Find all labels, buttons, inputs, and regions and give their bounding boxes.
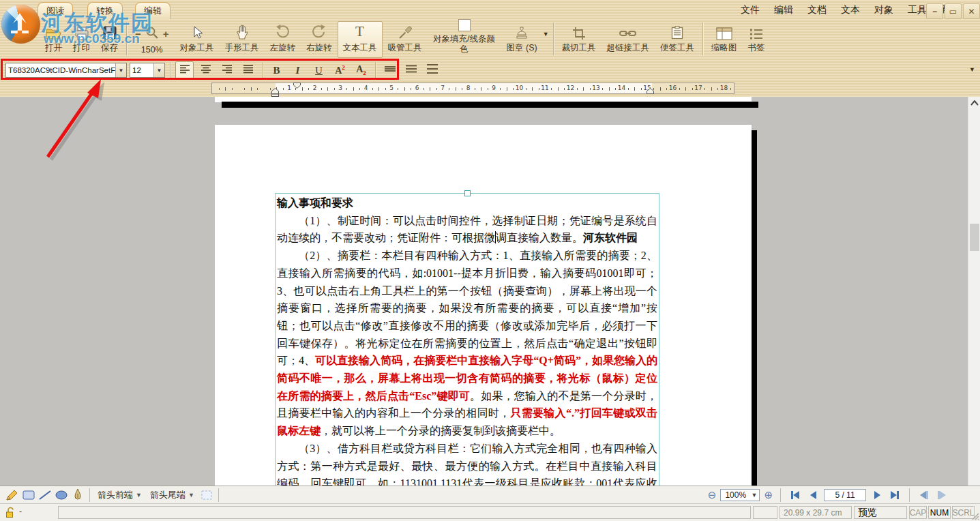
first-page-button[interactable] bbox=[788, 489, 802, 501]
menu-tools[interactable]: 工具 bbox=[908, 4, 927, 16]
zoom-caret-icon: ▼ bbox=[752, 492, 760, 498]
line-spacing-medium-button[interactable] bbox=[402, 61, 420, 79]
pen-tool-button[interactable] bbox=[70, 488, 86, 503]
annotation-highlight-box bbox=[1, 59, 399, 80]
page-indicator-input[interactable]: 5 / 11 bbox=[824, 489, 866, 501]
view-back-button[interactable] bbox=[917, 489, 931, 501]
hand-icon bbox=[235, 24, 250, 40]
crop-tool-button[interactable]: 裁切工具 bbox=[556, 21, 602, 58]
doc-title: 输入事项和要求 bbox=[277, 194, 657, 212]
previous-page-icon bbox=[810, 491, 816, 499]
toolbar-options-caret[interactable]: ▼ bbox=[969, 66, 975, 73]
close-button[interactable]: ✕ bbox=[963, 3, 980, 19]
rectangle-tool-button[interactable] bbox=[20, 488, 37, 503]
thumbnail-panel-icon bbox=[716, 24, 732, 40]
status-bar: - 20.99 x 29.7 cm 预览 CAP NUM SCRL bbox=[0, 503, 980, 521]
page-zoom-in-button[interactable]: ⊕ bbox=[764, 490, 773, 500]
page-zoom-select[interactable]: 100% ▼ bbox=[720, 489, 760, 501]
crop-icon bbox=[572, 24, 586, 40]
status-message-field bbox=[58, 506, 751, 519]
ellipse-tool-button[interactable] bbox=[53, 488, 70, 503]
last-page-button[interactable] bbox=[888, 489, 902, 501]
menu-document[interactable]: 文档 bbox=[807, 4, 827, 16]
marquee-icon bbox=[201, 490, 213, 501]
resize-grip[interactable] bbox=[971, 512, 979, 520]
last-page-icon bbox=[891, 491, 897, 499]
ruler-row: 123456789101112131415161718 bbox=[0, 80, 980, 97]
previous-page-shadow bbox=[222, 102, 758, 108]
drawbar-separator bbox=[780, 488, 781, 502]
rotate-right-button[interactable]: 右旋转 bbox=[301, 21, 338, 58]
text-tool-button[interactable]: T 文本工具 bbox=[338, 21, 383, 58]
watermark-site-url: www.pc0359.cn bbox=[44, 31, 140, 46]
minimize-button[interactable]: − bbox=[926, 3, 943, 19]
menu-text[interactable]: 文本 bbox=[841, 4, 860, 16]
marquee-select-button[interactable] bbox=[198, 488, 215, 503]
status-empty-cell bbox=[753, 506, 777, 519]
stamp-dropdown-caret[interactable]: ▼ bbox=[543, 31, 549, 38]
arrow-tail-dropdown[interactable]: 箭头尾端▼ bbox=[146, 488, 198, 503]
right-indent-marker[interactable] bbox=[647, 88, 654, 94]
doc-paragraphs: （1）、制证时间：可以点击时间控件，选择制证日期；凭证编号是系统自动连续的，不需… bbox=[277, 212, 657, 486]
eyedropper-tool-button[interactable]: 吸管工具 bbox=[383, 21, 428, 58]
pencil-tool-button[interactable] bbox=[4, 488, 20, 503]
rotate-left-icon bbox=[274, 24, 291, 40]
ruler-scale: 123456789101112131415161718 bbox=[211, 83, 734, 94]
pencil-icon bbox=[5, 489, 19, 501]
window-controls: − ▭ ✕ bbox=[926, 3, 980, 19]
page-zoom-out-button[interactable]: ⊖ bbox=[708, 490, 717, 500]
hyperlink-tool-button[interactable]: 超链接工具 bbox=[602, 21, 655, 58]
note-tool-button[interactable]: 便签工具 bbox=[655, 21, 700, 58]
text-tool-icon: T bbox=[355, 23, 364, 40]
drawbar-separator bbox=[909, 488, 910, 502]
rotate-right-icon bbox=[311, 24, 327, 40]
drawing-toolbar: 箭头前端▼ 箭头尾端▼ ⊖ 100% ▼ ⊕ 5 / 11 bbox=[0, 486, 980, 503]
document-viewport[interactable]: 输入事项和要求 （1）、制证时间：可以点击时间控件，选择制证日期；凭证编号是系统… bbox=[0, 97, 980, 486]
pdf-editor-window: 阅读 转换 编辑 文件 编辑 文档 文本 对象 工具 帮助 − ▭ ✕ 河东软件… bbox=[0, 0, 980, 521]
color-swatch-icon bbox=[458, 18, 471, 32]
toolbar-separator bbox=[702, 23, 703, 55]
hand-tool-button[interactable]: 手形工具 bbox=[220, 21, 265, 58]
frame-resize-handle[interactable] bbox=[464, 190, 471, 196]
text-edit-frame[interactable]: 输入事项和要求 （1）、制证时间：可以点击时间控件，选择制证日期；凭证编号是系统… bbox=[275, 193, 659, 486]
line-spacing-medium-icon bbox=[405, 64, 417, 76]
vertical-scrollbar[interactable] bbox=[968, 97, 980, 486]
dropdown-caret-icon: ▼ bbox=[136, 492, 142, 498]
line-spacing-wide-icon bbox=[426, 64, 439, 76]
scroll-up-button[interactable] bbox=[968, 97, 980, 108]
next-page-button[interactable] bbox=[870, 489, 884, 501]
chain-link-icon bbox=[619, 24, 637, 40]
next-page-icon bbox=[874, 491, 880, 499]
chevron-up-icon bbox=[970, 100, 979, 106]
line-shape-icon bbox=[38, 490, 52, 501]
previous-page-button[interactable] bbox=[806, 489, 820, 501]
dropdown-caret-icon: ▼ bbox=[188, 492, 194, 498]
menu-object[interactable]: 对象 bbox=[874, 4, 893, 16]
rotate-left-button[interactable]: 左旋转 bbox=[265, 21, 301, 58]
menu-edit[interactable]: 编辑 bbox=[774, 4, 793, 16]
caps-lock-indicator: CAP bbox=[909, 506, 927, 519]
ellipse-shape-icon bbox=[55, 490, 68, 501]
doc-paragraph: （2）、摘要栏：本栏目有四种输入方式：1、直接输入所需要的摘要；2、直接输入所需… bbox=[277, 247, 657, 440]
object-tool-button[interactable]: 对象工具 bbox=[175, 21, 220, 58]
view-forward-button[interactable] bbox=[935, 489, 949, 501]
page-size-field: 20.99 x 29.7 cm bbox=[779, 506, 852, 519]
zoom-in-button[interactable]: + bbox=[163, 28, 169, 40]
fill-line-color-button[interactable]: 对象填充/线条颜色 bbox=[428, 21, 501, 58]
stamp-button[interactable]: 图章 (S) bbox=[501, 21, 543, 58]
left-indent-marker[interactable] bbox=[271, 88, 279, 97]
unlocked-padlock-icon[interactable] bbox=[5, 507, 17, 518]
bookmark-button[interactable]: 书签 bbox=[743, 21, 771, 58]
doc-paragraph: （3）、借方科目栏或贷方科目栏：它们输入方式完全相同，也有四种输入方式：第一种方… bbox=[277, 440, 657, 486]
line-tool-button[interactable] bbox=[37, 488, 53, 503]
arrow-front-dropdown[interactable]: 箭头前端▼ bbox=[93, 488, 146, 503]
first-line-indent-marker[interactable] bbox=[293, 83, 301, 89]
bookmark-list-icon bbox=[749, 24, 763, 40]
thumbnail-button[interactable]: 缩略图 bbox=[706, 21, 743, 58]
line-spacing-wide-button[interactable] bbox=[423, 61, 441, 79]
cursor-arrow-icon bbox=[192, 24, 203, 40]
maximize-button[interactable]: ▭ bbox=[945, 3, 962, 19]
view-mode-field: 预览 bbox=[854, 506, 907, 519]
menu-file[interactable]: 文件 bbox=[741, 4, 760, 16]
scrollbar-thumb[interactable] bbox=[970, 224, 979, 251]
